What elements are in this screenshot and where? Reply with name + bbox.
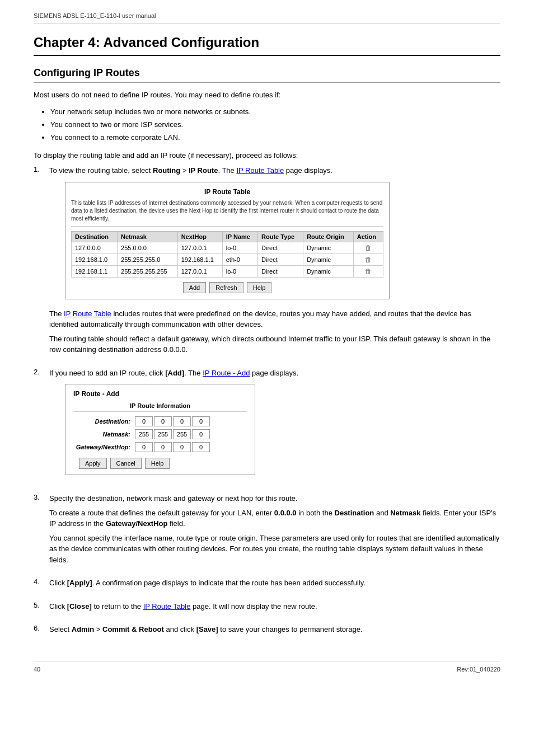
cell-destination: 192.168.1.1 [72, 265, 118, 277]
manual-title: SIEMENS ADSL E-110_E-110-I user manual [34, 12, 156, 19]
cell-routetype: Direct [258, 242, 303, 253]
refresh-button[interactable]: Refresh [209, 282, 243, 293]
bullet-item: Your network setup includes two or more … [50, 105, 500, 118]
add-button[interactable]: Add [183, 282, 207, 293]
netmask-bold: Netmask [390, 509, 420, 517]
destination-octet-1[interactable] [135, 416, 153, 426]
destination-octet-2[interactable] [154, 416, 172, 426]
destination-octet-3[interactable] [173, 416, 191, 426]
delete-icon[interactable]: 🗑 [365, 267, 372, 275]
step-3-sub2: You cannot specify the interface name, r… [49, 533, 500, 566]
cell-ipname: lo-0 [222, 242, 257, 253]
step-3-content: Specify the destination, network mask an… [49, 493, 500, 569]
destination-inputs[interactable] [135, 416, 210, 426]
revision: Rev:01_040220 [457, 666, 500, 673]
step-3-text: Specify the destination, network mask an… [49, 493, 500, 504]
cell-action[interactable]: 🗑 [353, 242, 383, 253]
route-table: Destination Netmask NextHop IP Name Rout… [71, 231, 383, 278]
cell-netmask: 255.255.255.255 [118, 265, 178, 277]
cell-routeorigin: Dynamic [303, 253, 354, 265]
bullet-list: Your network setup includes two or more … [50, 105, 500, 144]
gateway-octet-3[interactable] [173, 442, 191, 452]
netmask-label: Netmask: [73, 431, 135, 438]
cell-nexthop: 127.0.0.1 [177, 265, 222, 277]
admin-bold: Admin [72, 625, 94, 633]
chapter-title: Chapter 4: Advanced Configuration [34, 35, 500, 56]
step-4: 4. Click [Apply]. A confirmation page di… [34, 577, 500, 592]
table-explanation-2: The routing table should reflect a defau… [49, 334, 500, 355]
col-ipname: IP Name [222, 231, 257, 242]
destination-label: Destination: [73, 418, 135, 425]
cell-action[interactable]: 🗑 [353, 265, 383, 277]
gateway-label: Gateway/NextHop: [73, 444, 135, 450]
header-bar: SIEMENS ADSL E-110_E-110-I user manual [34, 11, 500, 24]
proceed-text: To display the routing table and add an … [34, 150, 500, 161]
delete-icon[interactable]: 🗑 [365, 244, 372, 252]
intro-paragraph: Most users do not need to define IP rout… [34, 90, 500, 101]
col-action: Action [353, 231, 383, 242]
cancel-button[interactable]: Cancel [110, 458, 142, 469]
netmask-octet-4[interactable] [192, 429, 210, 439]
cell-nexthop: 192.168.1.1 [177, 253, 222, 265]
step-5-content: Click [Close] to return to the IP Route … [49, 601, 500, 616]
delete-icon[interactable]: 🗑 [365, 256, 372, 264]
save-bold: [Save] [196, 625, 218, 633]
routing-bold: Routing [153, 166, 180, 175]
col-netmask: Netmask [118, 231, 178, 242]
gateway-octet-2[interactable] [154, 442, 172, 452]
cell-destination: 127.0.0.0 [72, 242, 118, 253]
close-bold: [Close] [67, 602, 92, 611]
step-4-content: Click [Apply]. A confirmation page displ… [49, 577, 500, 592]
apply-button[interactable]: Apply [79, 458, 107, 469]
commit-reboot-bold: Commit & Reboot [102, 625, 164, 633]
netmask-inputs[interactable] [135, 429, 210, 439]
ip-route-add-box: IP Route - Add IP Route Information Dest… [65, 384, 255, 475]
col-routetype: Route Type [258, 231, 303, 242]
cell-routeorigin: Dynamic [303, 265, 354, 277]
col-nexthop: NextHop [177, 231, 222, 242]
bullet-item: You connect to two or more ISP services. [50, 118, 500, 131]
step-3-sub1: To create a route that defines the defau… [49, 508, 500, 529]
bullet-item: You connect to a remote corporate LAN. [50, 131, 500, 144]
table-row: 192.168.1.0 255.255.255.0 192.168.1.1 et… [72, 253, 383, 265]
gateway-row: Gateway/NextHop: [73, 442, 247, 452]
step-5-text: Click [Close] to return to the IP Route … [49, 601, 500, 612]
step-1: 1. To view the routing table, select Rou… [34, 165, 500, 359]
page-number: 40 [34, 666, 40, 673]
cell-destination: 192.168.1.0 [72, 253, 118, 265]
add-box-subtitle: IP Route Information [73, 402, 247, 412]
destination-row: Destination: [73, 416, 247, 426]
netmask-octet-3[interactable] [173, 429, 191, 439]
gateway-inputs[interactable] [135, 442, 210, 452]
help-button[interactable]: Help [247, 282, 272, 293]
step-2-num: 2. [34, 368, 49, 376]
step-1-content: To view the routing table, select Routin… [49, 165, 500, 359]
step-1-num: 1. [34, 165, 49, 173]
netmask-row: Netmask: [73, 429, 247, 439]
section-title: Configuring IP Routes [34, 67, 500, 83]
step-4-text: Click [Apply]. A confirmation page displ… [49, 577, 500, 589]
apply-bold: [Apply] [67, 579, 92, 587]
gateway-octet-4[interactable] [192, 442, 210, 452]
ip-route-table-link: IP Route Table [236, 166, 284, 175]
add-form-buttons: Apply Cancel Help [73, 458, 247, 469]
step-3: 3. Specify the destination, network mask… [34, 493, 500, 569]
add-bold: [Add] [165, 369, 184, 377]
netmask-octet-2[interactable] [154, 429, 172, 439]
netmask-octet-1[interactable] [135, 429, 153, 439]
cell-action[interactable]: 🗑 [353, 253, 383, 265]
step-3-num: 3. [34, 493, 49, 501]
step-4-num: 4. [34, 577, 49, 586]
table-buttons: Add Refresh Help [71, 282, 383, 293]
cell-netmask: 255.0.0.0 [118, 242, 178, 253]
gateway-octet-1[interactable] [135, 442, 153, 452]
cell-nexthop: 127.0.0.1 [177, 242, 222, 253]
add-help-button[interactable]: Help [145, 458, 170, 469]
ip-route-bold: IP Route [189, 166, 218, 175]
table-description: This table lists IP addresses of Interne… [71, 199, 383, 227]
ip-route-table-ref2: IP Route Table [143, 602, 191, 611]
step-2-text: If you need to add an IP route, click [A… [49, 368, 500, 379]
step-6-content: Select Admin > Commit & Reboot and click… [49, 624, 500, 638]
destination-octet-4[interactable] [192, 416, 210, 426]
gateway-bold: Gateway/NextHop [106, 519, 168, 528]
